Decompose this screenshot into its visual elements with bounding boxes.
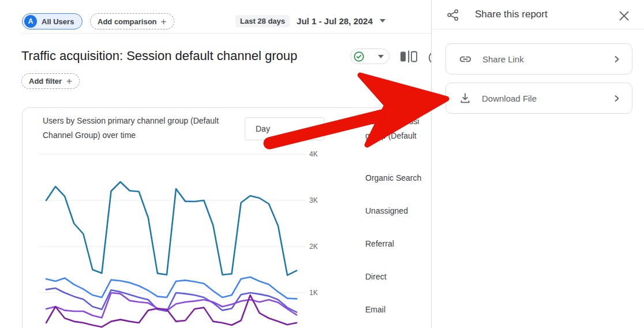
date-range-text: Jul 1 - Jul 28, 2024 [297, 16, 373, 26]
bar-category-label: Organic Search [365, 173, 421, 182]
y-axis-tick: 3K [309, 196, 318, 204]
divider [22, 33, 432, 33]
share-panel-title: Share this report [475, 9, 548, 20]
bar-category-label: Email [365, 305, 385, 314]
share-panel: Share this report Share Link Download [431, 0, 644, 328]
plus-icon: + [66, 76, 72, 86]
close-icon[interactable] [617, 9, 631, 25]
all-users-segment[interactable]: A All Users [22, 13, 83, 29]
interval-select[interactable]: Day [245, 117, 324, 140]
share-panel-header: Share this report [432, 0, 644, 29]
segment-avatar: A [24, 15, 37, 28]
add-comparison-label: Add comparison [98, 17, 157, 26]
y-axis-tick: 2K [309, 243, 318, 251]
main-content: A All Users Add comparison + Last 28 day… [0, 0, 432, 328]
share-icon [447, 9, 459, 24]
date-preset-badge: Last 28 days [235, 15, 290, 27]
link-icon [459, 53, 472, 66]
date-range-selector[interactable]: Last 28 days Jul 1 - Jul 28, 2024 [235, 12, 385, 30]
bar-category-label: Unassigned [365, 206, 408, 215]
line-chart-title: Users by Session primary channel group (… [43, 114, 234, 143]
bar-chart-title-line1: Users by Sessi [365, 114, 431, 129]
share-link-button[interactable]: Share Link [445, 43, 632, 74]
plus-icon: + [161, 17, 167, 27]
y-axis-tick: 4K [309, 150, 318, 158]
all-users-label: All Users [42, 17, 74, 26]
report-status-dropdown[interactable] [350, 49, 390, 64]
caret-down-icon [378, 55, 384, 58]
download-file-button[interactable]: Download File [445, 83, 632, 114]
add-comparison-button[interactable]: Add comparison + [90, 13, 174, 29]
share-link-label: Share Link [482, 54, 524, 64]
y-axis-tick: 1K [309, 289, 318, 297]
check-circle-icon [353, 51, 365, 62]
interval-select-value: Day [256, 124, 270, 133]
chevron-right-icon [613, 55, 620, 63]
caret-down-icon [310, 127, 316, 131]
page-title: Traffic acquisition: Session default cha… [21, 49, 297, 64]
bar-category-label: Referral [365, 239, 394, 248]
chevron-right-icon [613, 95, 620, 102]
compare-reports-icon[interactable] [399, 50, 419, 66]
download-file-label: Download File [482, 94, 537, 103]
caret-down-icon [380, 19, 385, 23]
add-filter-label: Add filter [29, 77, 62, 85]
download-icon [459, 92, 471, 105]
add-filter-button[interactable]: Add filter + [21, 73, 80, 89]
bar-category-label: Direct [365, 272, 387, 281]
bar-chart-title-line2: group (Default [365, 129, 431, 143]
